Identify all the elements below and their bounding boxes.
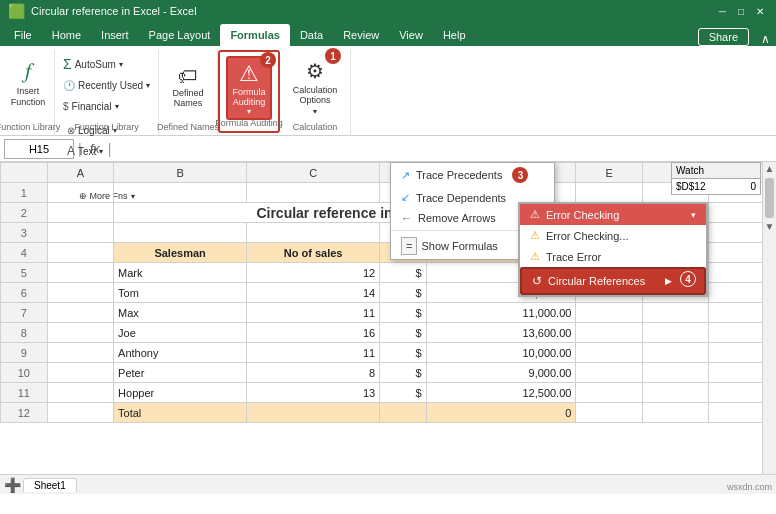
- cell-f6[interactable]: [642, 283, 709, 303]
- cell-f4[interactable]: [642, 243, 709, 263]
- cell-e1[interactable]: [576, 183, 643, 203]
- cell-a11[interactable]: [47, 383, 114, 403]
- cell-e6[interactable]: [576, 283, 643, 303]
- cell-b6[interactable]: Tom: [114, 283, 247, 303]
- cell-e10[interactable]: [576, 363, 643, 383]
- cell-a10[interactable]: [47, 363, 114, 383]
- col-header-c[interactable]: C: [247, 163, 380, 183]
- sheet-tab-1[interactable]: Sheet1: [23, 478, 77, 492]
- cell-e8[interactable]: [576, 323, 643, 343]
- recently-used-button[interactable]: 🕐 Recently Used ▾: [59, 75, 154, 95]
- vertical-scrollbar[interactable]: ▲ ▼: [762, 162, 776, 474]
- cell-curr6[interactable]: $: [380, 283, 427, 303]
- cell-c5[interactable]: 12: [247, 263, 380, 283]
- cell-curr11[interactable]: $: [380, 383, 427, 403]
- cell-e2[interactable]: [576, 203, 643, 223]
- cell-c1[interactable]: [247, 183, 380, 203]
- cell-a1[interactable]: [47, 183, 114, 203]
- cell-c9[interactable]: 11: [247, 343, 380, 363]
- tab-page-layout[interactable]: Page Layout: [139, 24, 221, 46]
- cell-d10[interactable]: 9,000.00: [426, 363, 576, 383]
- financial-button[interactable]: $ Financial ▾: [59, 96, 123, 116]
- cell-c8[interactable]: 16: [247, 323, 380, 343]
- cell-f11[interactable]: [642, 383, 709, 403]
- cell-a5[interactable]: [47, 263, 114, 283]
- tab-data[interactable]: Data: [290, 24, 333, 46]
- cell-c6[interactable]: 14: [247, 283, 380, 303]
- cell-curr3[interactable]: [380, 223, 427, 243]
- col-header-d[interactable]: D: [426, 163, 576, 183]
- scroll-up-arrow[interactable]: ▲: [763, 162, 776, 176]
- cell-c11[interactable]: 13: [247, 383, 380, 403]
- cell-e4[interactable]: [576, 243, 643, 263]
- add-sheet-btn[interactable]: ➕: [4, 477, 21, 493]
- cell-e12[interactable]: [576, 403, 643, 423]
- cell-curr1[interactable]: [380, 183, 427, 203]
- cell-b7[interactable]: Max: [114, 303, 247, 323]
- tab-file[interactable]: File: [4, 24, 42, 46]
- cell-b8[interactable]: Joe: [114, 323, 247, 343]
- cell-d7[interactable]: 11,000.00: [426, 303, 576, 323]
- autosum-button[interactable]: Σ AutoSum ▾: [59, 54, 127, 74]
- cell-d9[interactable]: 10,000.00: [426, 343, 576, 363]
- collapse-ribbon-icon[interactable]: ∧: [761, 32, 770, 46]
- cell-curr8[interactable]: $: [380, 323, 427, 343]
- cell-f1[interactable]: [642, 183, 709, 203]
- cell-e7[interactable]: [576, 303, 643, 323]
- header-nosales[interactable]: No of sales: [247, 243, 380, 263]
- defined-names-button[interactable]: 🏷 DefinedNames: [165, 54, 211, 118]
- cell-d8[interactable]: 13,600.00: [426, 323, 576, 343]
- cell-b5[interactable]: Mark: [114, 263, 247, 283]
- cell-f9[interactable]: [642, 343, 709, 363]
- cell-e11[interactable]: [576, 383, 643, 403]
- col-header-e[interactable]: E: [576, 163, 643, 183]
- insert-function-button[interactable]: 𝑓 InsertFunction: [6, 54, 50, 118]
- formula-auditing-button[interactable]: ⚠ FormulaAuditing ▾ 2: [226, 56, 272, 120]
- share-button[interactable]: Share: [698, 28, 749, 46]
- cell-a2[interactable]: [47, 203, 114, 223]
- cell-curr5[interactable]: $: [380, 263, 427, 283]
- cell-b1[interactable]: [114, 183, 247, 203]
- header-salesman[interactable]: Salesman: [114, 243, 247, 263]
- minimize-btn[interactable]: ─: [715, 6, 730, 17]
- cell-curr10[interactable]: $: [380, 363, 427, 383]
- cell-e3[interactable]: [576, 223, 643, 243]
- cell-d5[interactable]: 12,000.00: [426, 263, 576, 283]
- cell-curr7[interactable]: $: [380, 303, 427, 323]
- cell-b9[interactable]: Anthony: [114, 343, 247, 363]
- cell-d3[interactable]: [426, 223, 576, 243]
- cell-a3[interactable]: [47, 223, 114, 243]
- header-sales[interactable]: sales: [380, 243, 576, 263]
- cell-f3[interactable]: [642, 223, 709, 243]
- cell-e5[interactable]: [576, 263, 643, 283]
- cell-a7[interactable]: [47, 303, 114, 323]
- cell-c10[interactable]: 8: [247, 363, 380, 383]
- cell-a6[interactable]: [47, 283, 114, 303]
- text-button[interactable]: A Text ▾: [63, 141, 107, 161]
- tab-review[interactable]: Review: [333, 24, 389, 46]
- title-bar-controls[interactable]: ─ □ ✕: [715, 6, 768, 17]
- cell-f7[interactable]: [642, 303, 709, 323]
- cell-a4[interactable]: [47, 243, 114, 263]
- cell-curr12[interactable]: [380, 403, 427, 423]
- cell-d1[interactable]: [426, 183, 576, 203]
- cell-f2[interactable]: [642, 203, 709, 223]
- col-header-curr[interactable]: [380, 163, 427, 183]
- tab-home[interactable]: Home: [42, 24, 91, 46]
- cell-e9[interactable]: [576, 343, 643, 363]
- cell-curr9[interactable]: $: [380, 343, 427, 363]
- cell-b3[interactable]: [114, 223, 247, 243]
- formula-input[interactable]: [115, 139, 772, 159]
- col-header-f[interactable]: F: [642, 163, 709, 183]
- tab-formulas[interactable]: Formulas: [220, 24, 290, 46]
- cell-c7[interactable]: 11: [247, 303, 380, 323]
- cell-b12-total[interactable]: Total: [114, 403, 247, 423]
- cell-b11[interactable]: Hopper: [114, 383, 247, 403]
- cell-d12-value[interactable]: 0: [426, 403, 576, 423]
- maximize-btn[interactable]: □: [734, 6, 748, 17]
- cell-c3[interactable]: [247, 223, 380, 243]
- cell-d6[interactable]: 13,500.00: [426, 283, 576, 303]
- tab-insert[interactable]: Insert: [91, 24, 139, 46]
- cell-a12[interactable]: [47, 403, 114, 423]
- close-btn[interactable]: ✕: [752, 6, 768, 17]
